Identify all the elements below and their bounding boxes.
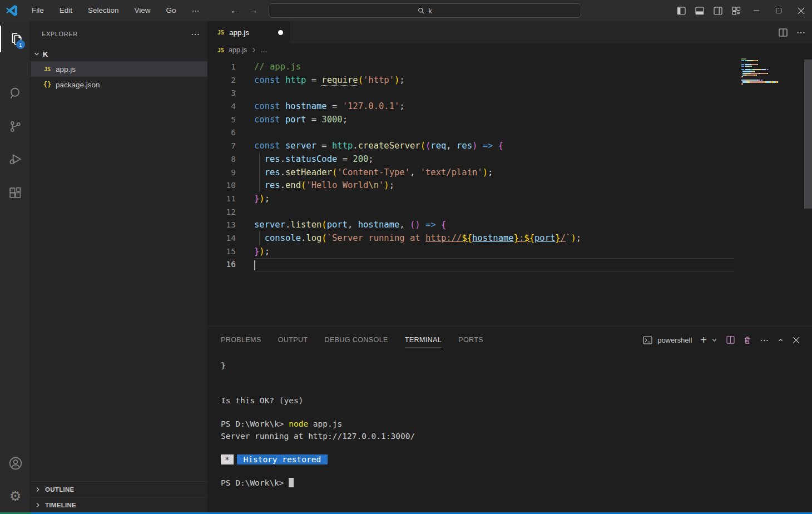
code-editor[interactable]: 1// app.js2const http = require('http');…: [207, 57, 812, 326]
activity-bar: 1: [0, 21, 31, 512]
chevron-right-icon: [250, 47, 257, 53]
source-control-icon[interactable]: [0, 113, 31, 140]
terminal-line: Server running at http://127.0.0.1:3000/: [221, 431, 812, 442]
panel-header: PROBLEMS OUTPUT DEBUG CONSOLE TERMINAL P…: [207, 327, 812, 353]
code-line[interactable]: 1// app.js: [207, 61, 734, 74]
menu-file[interactable]: File: [32, 6, 44, 15]
launch-profile-chevron-icon[interactable]: [711, 337, 718, 344]
kill-terminal-trash-icon[interactable]: [743, 336, 751, 344]
code-line[interactable]: 3: [207, 87, 734, 100]
tab-ports[interactable]: PORTS: [458, 327, 483, 353]
code-line[interactable]: 11});: [207, 192, 734, 206]
code-line[interactable]: 10 res.end('Hello World\n');: [207, 179, 734, 192]
editor-group: JS app.js ⋯ JS app.js … 1// app.js2const…: [207, 21, 812, 326]
close-panel-icon[interactable]: [793, 337, 800, 344]
terminal-line: [221, 407, 812, 418]
new-terminal-icon[interactable]: +: [700, 334, 707, 347]
maximize-panel-chevron-icon[interactable]: [777, 337, 784, 344]
terminal-line: [221, 383, 812, 395]
terminal-line: * History restored: [221, 454, 812, 466]
code-line[interactable]: 2const http = require('http');: [207, 74, 734, 87]
panel-more-actions-icon[interactable]: ⋯: [760, 335, 769, 345]
breadcrumb-file[interactable]: app.js: [229, 46, 247, 54]
toggle-primary-sidebar-icon[interactable]: [672, 0, 690, 21]
settings-gear-icon[interactable]: ⚙: [0, 483, 31, 510]
terminal-output[interactable]: }Is this OK? (yes)PS D:\Work\k> node app…: [207, 353, 812, 512]
terminal-profile-icon: [643, 336, 652, 344]
outline-section-header[interactable]: OUTLINE: [31, 481, 207, 497]
back-arrow-icon[interactable]: ←: [230, 6, 239, 16]
tab-output[interactable]: OUTPUT: [278, 327, 308, 353]
breadcrumb-symbol[interactable]: …: [260, 46, 268, 54]
explorer-icon[interactable]: 1: [0, 26, 31, 52]
terminal-line: [221, 372, 812, 383]
vscode-logo-icon: [5, 4, 18, 17]
code-line[interactable]: 9 res.setHeader('Content-Type', 'text/pl…: [207, 166, 734, 180]
tab-debug-console[interactable]: DEBUG CONSOLE: [324, 327, 388, 353]
split-editor-icon[interactable]: [779, 28, 788, 37]
menu-more-icon[interactable]: ⋯: [192, 6, 200, 15]
editor-scrollbar[interactable]: [804, 57, 812, 326]
minimize-icon[interactable]: [745, 0, 768, 21]
breadcrumb[interactable]: JS app.js …: [207, 43, 812, 57]
tab-appjs[interactable]: JS app.js: [207, 21, 290, 43]
maximize-icon[interactable]: [768, 0, 790, 21]
chevron-right-icon: [34, 501, 42, 509]
code-lines[interactable]: 1// app.js2const http = require('http');…: [207, 57, 734, 271]
terminal-line: PS D:\Work\k>: [221, 477, 812, 489]
file-item-packagejson[interactable]: {} package.json: [31, 77, 207, 92]
js-file-icon: JS: [43, 66, 52, 72]
search-view-icon[interactable]: [0, 80, 31, 107]
accounts-icon[interactable]: [0, 450, 31, 477]
close-window-icon[interactable]: [790, 0, 812, 21]
code-line[interactable]: 16: [207, 258, 734, 271]
extensions-icon[interactable]: [0, 179, 31, 206]
js-file-icon: JS: [216, 29, 225, 36]
terminal-line: Is this OK? (yes): [221, 395, 812, 407]
chevron-right-icon: [34, 486, 42, 493]
explorer-more-actions-icon[interactable]: ⋯: [191, 29, 200, 39]
title-bar: File Edit Selection View Go ⋯ ← → k: [0, 0, 812, 21]
toggle-secondary-sidebar-icon[interactable]: [709, 0, 727, 21]
command-center-search[interactable]: k: [269, 3, 581, 18]
sidebar-title: EXPLORER: [42, 31, 78, 37]
explorer-sidebar: EXPLORER ⋯ K JS app.js {} package.json O…: [31, 21, 207, 512]
menu-edit[interactable]: Edit: [60, 6, 72, 15]
scrollbar-slider[interactable]: [804, 60, 812, 209]
explorer-badge: 1: [16, 40, 25, 49]
code-line[interactable]: 12: [207, 206, 734, 219]
menu-view[interactable]: View: [135, 6, 151, 15]
menu-selection[interactable]: Selection: [88, 6, 119, 15]
text-cursor: [254, 260, 255, 270]
menu-go[interactable]: Go: [166, 6, 176, 15]
search-icon: [418, 7, 425, 14]
code-line[interactable]: 14 console.log(`Server running at http:/…: [207, 232, 734, 245]
code-line[interactable]: 5const port = 3000;: [207, 113, 734, 127]
code-line[interactable]: 13server.listen(port, hostname, () => {: [207, 219, 734, 232]
tab-bar: JS app.js ⋯: [207, 21, 812, 43]
forward-arrow-icon[interactable]: →: [249, 6, 258, 16]
unsaved-changes-dot-icon[interactable]: [278, 30, 283, 35]
editor-more-actions-icon[interactable]: ⋯: [796, 27, 805, 38]
js-file-icon: JS: [216, 47, 225, 53]
indent-guide: [259, 232, 260, 245]
code-line[interactable]: 8 res.statusCode = 200;: [207, 153, 734, 166]
search-value: k: [428, 7, 432, 15]
timeline-section-header[interactable]: TIMELINE: [31, 497, 207, 512]
tab-terminal[interactable]: TERMINAL: [405, 327, 442, 353]
customize-layout-icon[interactable]: [727, 0, 745, 21]
code-line[interactable]: 4const hostname = '127.0.0.1';: [207, 100, 734, 113]
run-debug-icon[interactable]: [0, 146, 31, 172]
code-line[interactable]: 7const server = http.createServer((req, …: [207, 140, 734, 153]
file-item-appjs[interactable]: JS app.js: [31, 61, 207, 77]
minimap[interactable]: [741, 58, 804, 87]
tree-root-folder[interactable]: K: [31, 47, 207, 61]
split-terminal-icon[interactable]: [726, 336, 735, 344]
code-line[interactable]: 15});: [207, 245, 734, 259]
terminal-line: [221, 466, 812, 477]
shell-label[interactable]: powershell: [657, 336, 692, 344]
toggle-panel-icon[interactable]: [690, 0, 709, 21]
tab-problems[interactable]: PROBLEMS: [221, 327, 261, 353]
json-file-icon: {}: [43, 81, 52, 88]
code-line[interactable]: 6: [207, 126, 734, 140]
